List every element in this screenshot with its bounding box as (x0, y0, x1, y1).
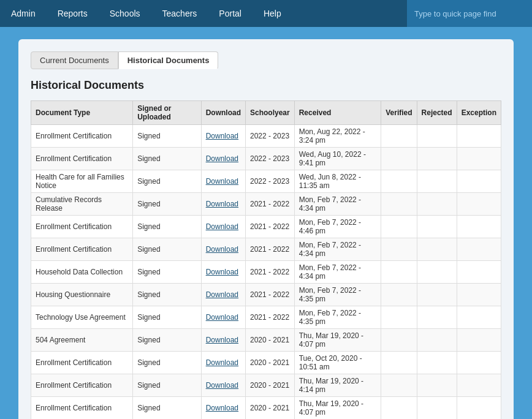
table-cell: Thu, Mar 19, 2020 - 4:07 pm (294, 397, 381, 420)
table-cell: 2021 - 2022 (246, 261, 295, 284)
download-link[interactable]: Download (206, 313, 238, 322)
table-cell (417, 261, 457, 284)
table-cell: Enrollment Certification (31, 374, 133, 397)
col-received: Received (294, 101, 381, 125)
table-row: Enrollment CertificationSignedDownload20… (31, 238, 501, 261)
table-cell (417, 193, 457, 216)
table-cell (457, 193, 501, 216)
table-cell (381, 352, 417, 374)
download-link[interactable]: Download (206, 404, 238, 412)
table-cell: Thu, Mar 19, 2020 - 4:07 pm (294, 329, 381, 352)
table-cell: 2021 - 2022 (246, 216, 295, 238)
table-cell (381, 193, 417, 216)
table-cell: Signed (133, 148, 201, 170)
table-row: Enrollment CertificationSignedDownload20… (31, 125, 501, 148)
main-content: Current Documents Historical Documents H… (18, 39, 514, 419)
table-cell: Wed, Jun 8, 2022 - 11:35 am (294, 170, 381, 193)
table-row: Cumulative Records ReleaseSignedDownload… (31, 193, 501, 216)
table-cell (381, 148, 417, 170)
table-cell (417, 352, 457, 374)
table-cell: 2020 - 2021 (246, 352, 295, 374)
table-cell (417, 238, 457, 261)
quick-search-input[interactable] (414, 9, 525, 18)
nav-item-admin[interactable]: Admin (0, 1, 47, 26)
nav-item-schools[interactable]: Schools (99, 1, 151, 26)
table-cell: Enrollment Certification (31, 352, 133, 374)
download-link[interactable]: Download (206, 290, 238, 299)
table-cell: Signed (133, 284, 201, 306)
table-cell: 2020 - 2021 (246, 374, 295, 397)
table-cell: Wed, Aug 10, 2022 - 9:41 pm (294, 148, 381, 170)
table-row: 504 AgreementSignedDownload2020 - 2021Th… (31, 329, 501, 352)
download-link[interactable]: Download (206, 358, 238, 367)
col-document-type: Document Type (31, 101, 133, 125)
table-cell: Signed (133, 352, 201, 374)
historical-documents-title: Historical Documents (31, 79, 501, 92)
table-cell (381, 306, 417, 329)
table-row: Enrollment CertificationSignedDownload20… (31, 352, 501, 374)
table-cell: Household Data Collection (31, 261, 133, 284)
download-link[interactable]: Download (206, 268, 238, 276)
download-link[interactable]: Download (206, 381, 238, 390)
table-cell: Signed (133, 125, 201, 148)
historical-documents-table: Document Type Signed or Uploaded Downloa… (31, 100, 501, 419)
table-cell: Cumulative Records Release (31, 193, 133, 216)
table-row: Enrollment CertificationSignedDownload20… (31, 397, 501, 420)
table-cell: Signed (133, 329, 201, 352)
table-cell (417, 329, 457, 352)
table-cell: Signed (133, 261, 201, 284)
download-link[interactable]: Download (206, 222, 238, 231)
col-exception: Exception (457, 101, 501, 125)
table-cell (381, 374, 417, 397)
table-cell: 2022 - 2023 (246, 170, 295, 193)
table-cell (457, 261, 501, 284)
table-cell (457, 329, 501, 352)
download-link[interactable]: Download (206, 336, 238, 344)
table-cell: 504 Agreement (31, 329, 133, 352)
nav-item-teachers[interactable]: Teachers (151, 1, 208, 26)
download-link[interactable]: Download (206, 200, 238, 208)
download-link[interactable]: Download (206, 177, 238, 186)
table-cell (417, 397, 457, 420)
table-cell (417, 306, 457, 329)
download-link[interactable]: Download (206, 154, 238, 163)
table-row: Enrollment CertificationSignedDownload20… (31, 374, 501, 397)
table-cell: Mon, Feb 7, 2022 - 4:35 pm (294, 284, 381, 306)
download-link[interactable]: Download (206, 132, 238, 140)
table-cell (417, 216, 457, 238)
table-cell (417, 284, 457, 306)
table-cell: Signed (133, 193, 201, 216)
nav-search-area (407, 0, 532, 27)
table-row: Housing QuestionnaireSignedDownload2021 … (31, 284, 501, 306)
table-cell: Signed (133, 216, 201, 238)
table-cell: Enrollment Certification (31, 397, 133, 420)
table-cell: Signed (133, 374, 201, 397)
table-cell: 2021 - 2022 (246, 306, 295, 329)
table-cell (381, 170, 417, 193)
table-row: Enrollment CertificationSignedDownload20… (31, 148, 501, 170)
nav-item-help[interactable]: Help (253, 1, 292, 26)
table-cell (417, 170, 457, 193)
table-cell: Mon, Feb 7, 2022 - 4:34 pm (294, 238, 381, 261)
table-cell: Enrollment Certification (31, 148, 133, 170)
table-cell: 2020 - 2021 (246, 397, 295, 420)
table-cell (457, 397, 501, 420)
download-link[interactable]: Download (206, 245, 238, 254)
table-row: Technology Use AgreementSignedDownload20… (31, 306, 501, 329)
col-verified: Verified (381, 101, 417, 125)
table-cell (457, 284, 501, 306)
table-cell: Mon, Feb 7, 2022 - 4:34 pm (294, 193, 381, 216)
tab-current-documents[interactable]: Current Documents (31, 51, 118, 69)
table-cell: Enrollment Certification (31, 125, 133, 148)
table-cell (457, 216, 501, 238)
table-cell: Signed (133, 238, 201, 261)
tab-historical-documents[interactable]: Historical Documents (118, 51, 219, 69)
table-cell (457, 125, 501, 148)
table-row: Enrollment CertificationSignedDownload20… (31, 216, 501, 238)
nav-item-portal[interactable]: Portal (208, 1, 253, 26)
table-cell (457, 238, 501, 261)
table-cell (417, 125, 457, 148)
nav-item-reports[interactable]: Reports (47, 1, 99, 26)
table-cell (381, 238, 417, 261)
table-cell: 2022 - 2023 (246, 148, 295, 170)
